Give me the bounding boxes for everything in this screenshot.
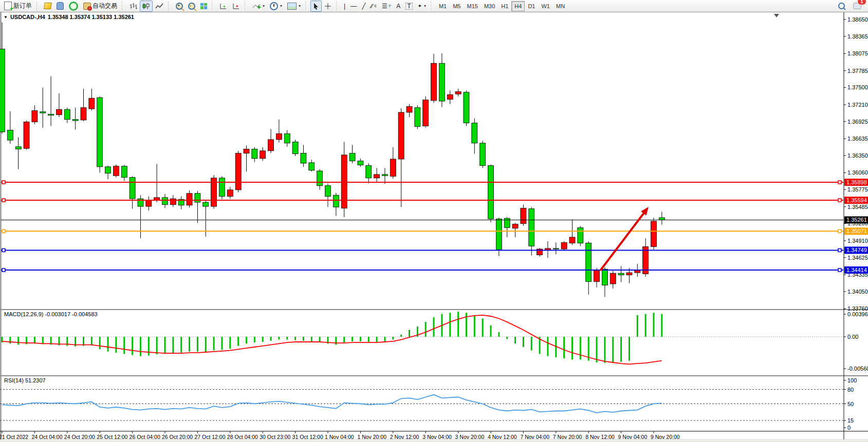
- timeframe-button-H1[interactable]: H1: [498, 1, 511, 11]
- rsi-tick-label: 0: [847, 425, 851, 431]
- candle-body: [496, 219, 502, 249]
- line-handle[interactable]: [838, 181, 841, 184]
- candle-body: [292, 142, 298, 153]
- timeframe-button-W1[interactable]: W1: [538, 1, 553, 11]
- zoom-out-button[interactable]: -: [186, 1, 198, 12]
- crosshair-tool-button[interactable]: [322, 1, 334, 12]
- price-tick-label: 1.36925: [847, 119, 868, 125]
- candle: [423, 97, 429, 128]
- price-line-badge-label: 1.35898: [846, 179, 867, 185]
- zoom-in-button[interactable]: +: [173, 1, 186, 12]
- rsi-tick-label: 100: [847, 377, 857, 383]
- line-handle[interactable]: [2, 268, 5, 272]
- tile-windows-button[interactable]: [198, 1, 210, 12]
- search-button[interactable]: [836, 1, 847, 12]
- timeframe-button-M1[interactable]: M1: [436, 1, 450, 11]
- arrows-tool-button[interactable]: ✦ ▾: [415, 1, 429, 12]
- price-tick-label: 1.36060: [847, 169, 868, 176]
- timeframe-button-M5[interactable]: M5: [450, 1, 464, 11]
- candle-body: [464, 92, 469, 123]
- bar-chart-button[interactable]: [127, 1, 140, 12]
- line-handle[interactable]: [838, 199, 841, 202]
- collapse-triangle-icon[interactable]: ▼: [4, 15, 8, 20]
- price-tick-label: 1.37500: [847, 84, 868, 90]
- candle-body: [374, 175, 380, 178]
- candle-body: [618, 273, 624, 275]
- price-tick-label: 1.36350: [847, 152, 868, 159]
- line-handle[interactable]: [2, 229, 5, 233]
- zoom-out-icon: -: [188, 3, 195, 10]
- notifications-button[interactable]: 1: [851, 1, 864, 12]
- line-chart-button[interactable]: [153, 1, 166, 12]
- candle-body: [227, 190, 233, 197]
- timeframe-button-M30[interactable]: M30: [481, 1, 498, 11]
- auto-scroll-button[interactable]: [217, 1, 230, 12]
- text-label-tool-button[interactable]: T: [403, 1, 415, 12]
- timeframe-button-MN[interactable]: MN: [553, 1, 568, 11]
- tile-windows-icon: [200, 3, 207, 9]
- navigator-icon: [69, 2, 78, 11]
- templates-icon: [287, 3, 297, 10]
- market-watch-button[interactable]: [42, 1, 54, 12]
- text-tool-button[interactable]: A: [394, 1, 403, 12]
- templates-button[interactable]: ▾: [285, 1, 303, 12]
- candle: [292, 140, 298, 156]
- navigator-button[interactable]: [66, 1, 81, 12]
- price-tick-label: 1.38075: [847, 50, 868, 56]
- cursor-tool-button[interactable]: [310, 1, 322, 12]
- candle: [219, 176, 225, 199]
- timeframe-button-M15[interactable]: M15: [464, 1, 481, 11]
- candle: [480, 141, 486, 168]
- horizontal-line-tool-button[interactable]: —: [348, 1, 359, 12]
- line-chart-icon: [155, 3, 163, 10]
- candle-body: [146, 200, 152, 206]
- candle-body: [40, 112, 46, 113]
- rsi-tick-label: 15: [847, 417, 854, 424]
- candle-body: [97, 98, 103, 167]
- chart-shift-button[interactable]: [230, 1, 243, 12]
- candlestick-chart-button[interactable]: [140, 1, 153, 12]
- time-tick-label: 2 Nov 12:00: [390, 434, 419, 440]
- candle-body: [170, 199, 176, 205]
- fibonacci-tool-button[interactable]: ☰F: [379, 1, 394, 12]
- price-tick-label: 1.35775: [847, 186, 868, 193]
- data-window-icon: [57, 2, 64, 10]
- toolbar: 新订单 自动交易 + -: [0, 0, 868, 12]
- periods-caret-icon: ▾: [280, 4, 282, 8]
- candle-body: [415, 108, 420, 127]
- candle-body: [195, 194, 200, 202]
- timeframe-button-D1[interactable]: D1: [525, 1, 538, 11]
- channel-tool-button[interactable]: ∕∕E: [368, 1, 379, 12]
- candle-body: [219, 178, 225, 197]
- time-tick-label: 25 Oct 12:00: [97, 434, 127, 440]
- chart-canvas[interactable]: 1.386501.383651.380751.377851.375001.372…: [0, 0, 868, 442]
- line-handle[interactable]: [2, 181, 5, 184]
- new-order-button[interactable]: 新订单: [2, 1, 34, 12]
- candle: [415, 105, 420, 129]
- line-handle[interactable]: [838, 248, 841, 252]
- market-watch-icon: [44, 3, 52, 9]
- timeframe-button-H4[interactable]: H4: [511, 1, 525, 11]
- data-window-button[interactable]: [54, 1, 66, 12]
- candle: [464, 90, 469, 126]
- vertical-line-tool-button[interactable]: |: [341, 1, 348, 12]
- line-handle[interactable]: [2, 248, 5, 252]
- auto-trading-button[interactable]: 自动交易: [81, 1, 120, 12]
- candle-body: [333, 195, 339, 207]
- candle-body: [521, 208, 526, 224]
- candle-body: [472, 123, 477, 143]
- indicators-button[interactable]: ▾: [250, 1, 267, 12]
- toolbar-separator: [431, 2, 434, 11]
- time-tick-label: 9 Nov 04:00: [618, 434, 648, 440]
- line-handle[interactable]: [2, 199, 5, 202]
- auto-trading-label: 自动交易: [93, 2, 117, 10]
- candle: [235, 151, 241, 193]
- trendline-tool-button[interactable]: ╱: [359, 1, 368, 12]
- candle-body: [578, 228, 583, 243]
- candle-body: [32, 110, 38, 122]
- line-handle[interactable]: [838, 268, 841, 272]
- periods-button[interactable]: ▾: [267, 1, 285, 12]
- price-tick-label: 1.38365: [847, 33, 868, 40]
- arrows-icon: ✦: [418, 4, 422, 9]
- line-handle[interactable]: [838, 229, 841, 233]
